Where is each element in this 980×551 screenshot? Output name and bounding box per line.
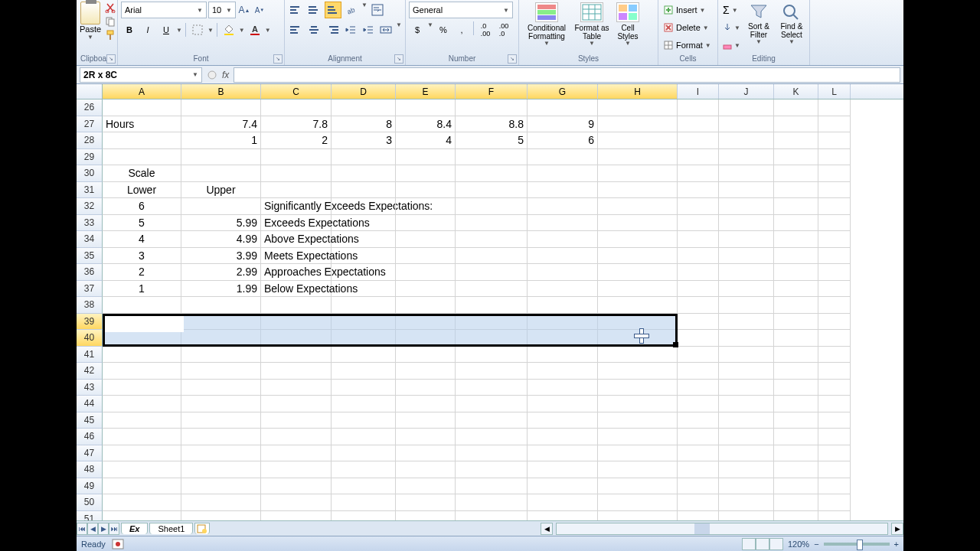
sort-filter-button[interactable]: Sort & Filter▼ xyxy=(743,2,774,47)
bold-button[interactable]: B xyxy=(121,21,138,38)
cell[interactable] xyxy=(678,165,719,182)
cell[interactable] xyxy=(678,347,719,364)
cell[interactable] xyxy=(396,198,456,215)
cell[interactable] xyxy=(332,99,396,116)
hscroll-thumb[interactable] xyxy=(694,523,710,534)
cell[interactable] xyxy=(181,99,261,116)
cell[interactable] xyxy=(261,330,332,347)
cell[interactable] xyxy=(598,198,678,215)
cell[interactable] xyxy=(678,445,719,462)
dialog-launcher-icon[interactable]: ↘ xyxy=(106,54,116,64)
cell[interactable] xyxy=(456,396,528,412)
cell[interactable] xyxy=(818,116,851,133)
cell[interactable] xyxy=(261,429,332,445)
cell[interactable] xyxy=(719,264,774,281)
format-button[interactable]: Format▼ xyxy=(662,37,714,54)
cell-C35[interactable]: Meets Expectations xyxy=(261,248,332,265)
cell[interactable] xyxy=(332,297,396,314)
cell[interactable] xyxy=(181,461,261,478)
cell[interactable] xyxy=(103,412,181,429)
cell-G27[interactable]: 9 xyxy=(528,116,598,133)
cell[interactable] xyxy=(774,494,818,511)
tab-next-icon[interactable]: ▶ xyxy=(98,523,109,535)
increase-font-icon[interactable]: A▲ xyxy=(237,2,251,18)
cell[interactable] xyxy=(332,248,396,265)
cell-F27[interactable]: 8.8 xyxy=(456,116,528,133)
cell[interactable] xyxy=(774,461,818,478)
cell[interactable] xyxy=(818,380,851,396)
cell[interactable] xyxy=(456,297,528,314)
cell[interactable] xyxy=(261,347,332,364)
cell-A33[interactable]: 5 xyxy=(103,215,181,232)
cell[interactable] xyxy=(456,198,528,215)
cell[interactable] xyxy=(818,165,851,182)
cell[interactable] xyxy=(598,380,678,396)
cell[interactable] xyxy=(261,165,332,182)
find-select-button[interactable]: Find & Select▼ xyxy=(776,2,808,47)
zoom-slider[interactable] xyxy=(824,543,890,546)
cell[interactable] xyxy=(456,363,528,380)
cell[interactable] xyxy=(818,198,851,215)
autosum-button[interactable]: Σ▼ xyxy=(721,2,742,18)
row-header-50[interactable]: 50 xyxy=(77,494,103,511)
cell[interactable] xyxy=(774,182,818,199)
cell[interactable] xyxy=(818,363,851,380)
dialog-launcher-icon[interactable]: ↘ xyxy=(508,54,517,64)
cell[interactable] xyxy=(396,396,456,412)
dialog-launcher-icon[interactable]: ↘ xyxy=(394,54,403,64)
cell[interactable] xyxy=(456,248,528,265)
col-header-A[interactable]: A xyxy=(103,84,181,99)
cell[interactable] xyxy=(774,99,818,116)
cell-A37[interactable]: 1 xyxy=(103,281,181,298)
col-header-E[interactable]: E xyxy=(396,84,456,99)
row-header-36[interactable]: 36 xyxy=(77,264,103,281)
cell[interactable] xyxy=(598,494,678,511)
cell[interactable] xyxy=(774,363,818,380)
row-header-43[interactable]: 43 xyxy=(77,380,103,396)
align-middle-button[interactable] xyxy=(306,2,323,18)
cut-icon[interactable] xyxy=(104,2,116,14)
cell-B28[interactable]: 1 xyxy=(181,132,261,149)
cell[interactable] xyxy=(678,198,719,215)
cell[interactable] xyxy=(181,445,261,462)
cell[interactable] xyxy=(396,264,456,281)
cell[interactable] xyxy=(598,182,678,199)
cell[interactable] xyxy=(678,380,719,396)
macro-record-icon[interactable] xyxy=(112,539,124,549)
decrease-indent-button[interactable] xyxy=(342,21,358,38)
cell[interactable] xyxy=(103,297,181,314)
cell[interactable] xyxy=(103,380,181,396)
cell[interactable] xyxy=(332,363,396,380)
cell-A31[interactable]: Lower xyxy=(103,182,181,199)
row-header-37[interactable]: 37 xyxy=(77,281,103,298)
font-size-dropdown[interactable]: 10▼ xyxy=(208,2,236,18)
cell[interactable] xyxy=(598,231,678,248)
cell[interactable] xyxy=(103,445,181,462)
cell[interactable] xyxy=(181,297,261,314)
cell[interactable] xyxy=(774,165,818,182)
cell-B37[interactable]: 1.99 xyxy=(181,281,261,298)
cell[interactable] xyxy=(332,149,396,166)
cell[interactable] xyxy=(598,461,678,478)
cell[interactable] xyxy=(774,380,818,396)
cell[interactable] xyxy=(261,149,332,166)
cell[interactable] xyxy=(598,149,678,166)
row-header-42[interactable]: 42 xyxy=(77,363,103,380)
cell[interactable] xyxy=(103,461,181,478)
row-header-26[interactable]: 26 xyxy=(77,99,103,116)
cell[interactable] xyxy=(181,347,261,364)
cell[interactable] xyxy=(396,494,456,511)
cell[interactable] xyxy=(181,165,261,182)
cell[interactable] xyxy=(396,445,456,462)
row-header-27[interactable]: 27 xyxy=(77,116,103,133)
borders-button[interactable] xyxy=(189,21,206,38)
cell[interactable] xyxy=(774,429,818,445)
cell[interactable] xyxy=(103,511,181,521)
sheet-tab-sheet1[interactable]: Sheet1 xyxy=(149,523,193,534)
cell[interactable] xyxy=(528,198,598,215)
cell[interactable] xyxy=(332,281,396,298)
cell[interactable] xyxy=(818,347,851,364)
cell[interactable] xyxy=(598,429,678,445)
cell[interactable] xyxy=(528,330,598,347)
cell[interactable] xyxy=(103,478,181,495)
